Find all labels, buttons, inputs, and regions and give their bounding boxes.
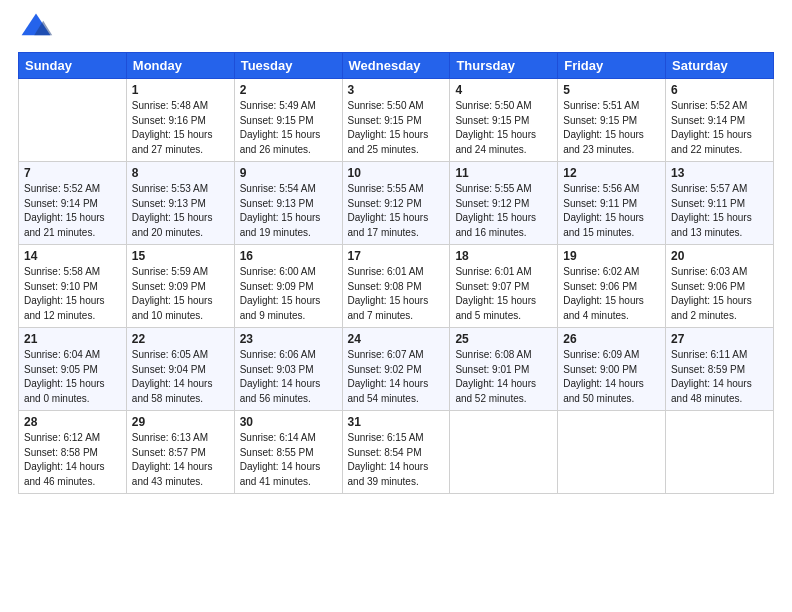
day-number: 7 — [24, 166, 121, 180]
day-info: Sunrise: 6:01 AM Sunset: 9:07 PM Dayligh… — [455, 265, 552, 323]
day-number: 6 — [671, 83, 768, 97]
day-info: Sunrise: 5:49 AM Sunset: 9:15 PM Dayligh… — [240, 99, 337, 157]
day-info: Sunrise: 5:58 AM Sunset: 9:10 PM Dayligh… — [24, 265, 121, 323]
day-number: 12 — [563, 166, 660, 180]
calendar-cell: 5Sunrise: 5:51 AM Sunset: 9:15 PM Daylig… — [558, 79, 666, 162]
day-info: Sunrise: 5:53 AM Sunset: 9:13 PM Dayligh… — [132, 182, 229, 240]
calendar-cell — [666, 411, 774, 494]
day-number: 9 — [240, 166, 337, 180]
calendar-cell: 19Sunrise: 6:02 AM Sunset: 9:06 PM Dayli… — [558, 245, 666, 328]
calendar-cell: 16Sunrise: 6:00 AM Sunset: 9:09 PM Dayli… — [234, 245, 342, 328]
calendar-table: SundayMondayTuesdayWednesdayThursdayFrid… — [18, 52, 774, 494]
day-number: 27 — [671, 332, 768, 346]
day-number: 10 — [348, 166, 445, 180]
calendar-week-1: 1Sunrise: 5:48 AM Sunset: 9:16 PM Daylig… — [19, 79, 774, 162]
calendar-cell: 13Sunrise: 5:57 AM Sunset: 9:11 PM Dayli… — [666, 162, 774, 245]
day-number: 31 — [348, 415, 445, 429]
day-number: 1 — [132, 83, 229, 97]
day-info: Sunrise: 6:01 AM Sunset: 9:08 PM Dayligh… — [348, 265, 445, 323]
calendar-week-5: 28Sunrise: 6:12 AM Sunset: 8:58 PM Dayli… — [19, 411, 774, 494]
day-info: Sunrise: 6:13 AM Sunset: 8:57 PM Dayligh… — [132, 431, 229, 489]
calendar-cell: 20Sunrise: 6:03 AM Sunset: 9:06 PM Dayli… — [666, 245, 774, 328]
weekday-header-friday: Friday — [558, 53, 666, 79]
calendar-cell: 24Sunrise: 6:07 AM Sunset: 9:02 PM Dayli… — [342, 328, 450, 411]
day-number: 29 — [132, 415, 229, 429]
day-info: Sunrise: 6:03 AM Sunset: 9:06 PM Dayligh… — [671, 265, 768, 323]
weekday-header-monday: Monday — [126, 53, 234, 79]
calendar-cell: 22Sunrise: 6:05 AM Sunset: 9:04 PM Dayli… — [126, 328, 234, 411]
calendar-cell: 9Sunrise: 5:54 AM Sunset: 9:13 PM Daylig… — [234, 162, 342, 245]
day-number: 17 — [348, 249, 445, 263]
calendar-cell: 29Sunrise: 6:13 AM Sunset: 8:57 PM Dayli… — [126, 411, 234, 494]
calendar-cell: 17Sunrise: 6:01 AM Sunset: 9:08 PM Dayli… — [342, 245, 450, 328]
day-info: Sunrise: 6:15 AM Sunset: 8:54 PM Dayligh… — [348, 431, 445, 489]
day-info: Sunrise: 6:14 AM Sunset: 8:55 PM Dayligh… — [240, 431, 337, 489]
day-info: Sunrise: 5:50 AM Sunset: 9:15 PM Dayligh… — [455, 99, 552, 157]
day-info: Sunrise: 5:50 AM Sunset: 9:15 PM Dayligh… — [348, 99, 445, 157]
calendar-cell: 3Sunrise: 5:50 AM Sunset: 9:15 PM Daylig… — [342, 79, 450, 162]
day-info: Sunrise: 6:06 AM Sunset: 9:03 PM Dayligh… — [240, 348, 337, 406]
day-number: 2 — [240, 83, 337, 97]
day-number: 15 — [132, 249, 229, 263]
day-number: 11 — [455, 166, 552, 180]
day-number: 8 — [132, 166, 229, 180]
day-number: 21 — [24, 332, 121, 346]
calendar-cell — [19, 79, 127, 162]
calendar-cell — [558, 411, 666, 494]
day-number: 3 — [348, 83, 445, 97]
day-number: 30 — [240, 415, 337, 429]
calendar-week-4: 21Sunrise: 6:04 AM Sunset: 9:05 PM Dayli… — [19, 328, 774, 411]
day-number: 13 — [671, 166, 768, 180]
weekday-header-row: SundayMondayTuesdayWednesdayThursdayFrid… — [19, 53, 774, 79]
day-number: 18 — [455, 249, 552, 263]
calendar-cell: 8Sunrise: 5:53 AM Sunset: 9:13 PM Daylig… — [126, 162, 234, 245]
calendar-cell: 14Sunrise: 5:58 AM Sunset: 9:10 PM Dayli… — [19, 245, 127, 328]
day-info: Sunrise: 5:56 AM Sunset: 9:11 PM Dayligh… — [563, 182, 660, 240]
day-info: Sunrise: 5:52 AM Sunset: 9:14 PM Dayligh… — [671, 99, 768, 157]
calendar-cell: 4Sunrise: 5:50 AM Sunset: 9:15 PM Daylig… — [450, 79, 558, 162]
calendar-cell: 25Sunrise: 6:08 AM Sunset: 9:01 PM Dayli… — [450, 328, 558, 411]
day-number: 22 — [132, 332, 229, 346]
day-number: 23 — [240, 332, 337, 346]
calendar-cell: 31Sunrise: 6:15 AM Sunset: 8:54 PM Dayli… — [342, 411, 450, 494]
day-info: Sunrise: 6:07 AM Sunset: 9:02 PM Dayligh… — [348, 348, 445, 406]
calendar-cell: 21Sunrise: 6:04 AM Sunset: 9:05 PM Dayli… — [19, 328, 127, 411]
logo-icon — [18, 10, 54, 46]
day-info: Sunrise: 6:12 AM Sunset: 8:58 PM Dayligh… — [24, 431, 121, 489]
calendar-cell: 1Sunrise: 5:48 AM Sunset: 9:16 PM Daylig… — [126, 79, 234, 162]
day-number: 19 — [563, 249, 660, 263]
day-info: Sunrise: 6:09 AM Sunset: 9:00 PM Dayligh… — [563, 348, 660, 406]
weekday-header-thursday: Thursday — [450, 53, 558, 79]
calendar-cell: 11Sunrise: 5:55 AM Sunset: 9:12 PM Dayli… — [450, 162, 558, 245]
calendar-week-2: 7Sunrise: 5:52 AM Sunset: 9:14 PM Daylig… — [19, 162, 774, 245]
calendar-cell: 18Sunrise: 6:01 AM Sunset: 9:07 PM Dayli… — [450, 245, 558, 328]
day-info: Sunrise: 6:04 AM Sunset: 9:05 PM Dayligh… — [24, 348, 121, 406]
day-info: Sunrise: 5:52 AM Sunset: 9:14 PM Dayligh… — [24, 182, 121, 240]
day-number: 26 — [563, 332, 660, 346]
day-info: Sunrise: 6:11 AM Sunset: 8:59 PM Dayligh… — [671, 348, 768, 406]
day-number: 14 — [24, 249, 121, 263]
calendar-cell: 6Sunrise: 5:52 AM Sunset: 9:14 PM Daylig… — [666, 79, 774, 162]
calendar-week-3: 14Sunrise: 5:58 AM Sunset: 9:10 PM Dayli… — [19, 245, 774, 328]
day-number: 24 — [348, 332, 445, 346]
day-number: 28 — [24, 415, 121, 429]
calendar-cell: 2Sunrise: 5:49 AM Sunset: 9:15 PM Daylig… — [234, 79, 342, 162]
weekday-header-sunday: Sunday — [19, 53, 127, 79]
day-info: Sunrise: 5:54 AM Sunset: 9:13 PM Dayligh… — [240, 182, 337, 240]
day-number: 4 — [455, 83, 552, 97]
day-info: Sunrise: 5:55 AM Sunset: 9:12 PM Dayligh… — [455, 182, 552, 240]
calendar-cell: 15Sunrise: 5:59 AM Sunset: 9:09 PM Dayli… — [126, 245, 234, 328]
day-info: Sunrise: 6:02 AM Sunset: 9:06 PM Dayligh… — [563, 265, 660, 323]
calendar-cell: 10Sunrise: 5:55 AM Sunset: 9:12 PM Dayli… — [342, 162, 450, 245]
calendar-cell: 27Sunrise: 6:11 AM Sunset: 8:59 PM Dayli… — [666, 328, 774, 411]
day-info: Sunrise: 5:51 AM Sunset: 9:15 PM Dayligh… — [563, 99, 660, 157]
day-info: Sunrise: 6:00 AM Sunset: 9:09 PM Dayligh… — [240, 265, 337, 323]
calendar-cell: 30Sunrise: 6:14 AM Sunset: 8:55 PM Dayli… — [234, 411, 342, 494]
calendar-cell: 23Sunrise: 6:06 AM Sunset: 9:03 PM Dayli… — [234, 328, 342, 411]
logo — [18, 10, 58, 46]
day-number: 25 — [455, 332, 552, 346]
day-info: Sunrise: 5:59 AM Sunset: 9:09 PM Dayligh… — [132, 265, 229, 323]
day-info: Sunrise: 5:55 AM Sunset: 9:12 PM Dayligh… — [348, 182, 445, 240]
calendar-cell: 26Sunrise: 6:09 AM Sunset: 9:00 PM Dayli… — [558, 328, 666, 411]
day-info: Sunrise: 5:57 AM Sunset: 9:11 PM Dayligh… — [671, 182, 768, 240]
